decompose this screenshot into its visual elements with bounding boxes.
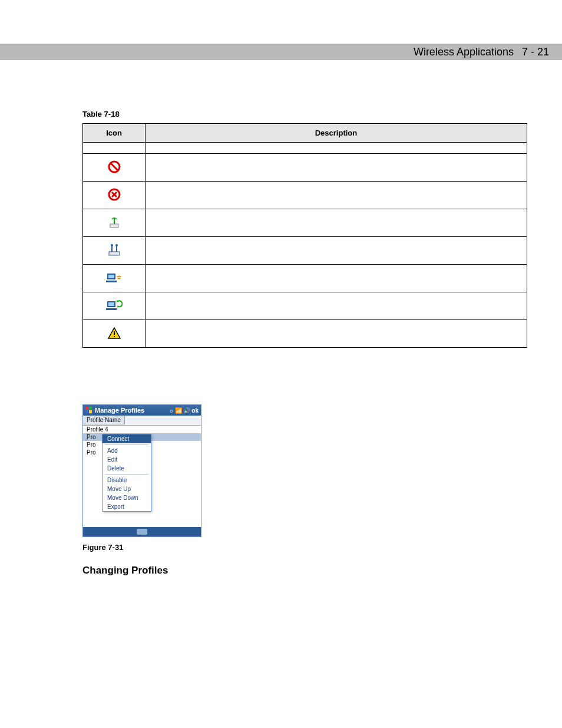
heading-changing-profiles: Changing Profiles [82, 565, 527, 577]
svg-rect-21 [114, 336, 115, 337]
col-header-description: Description [146, 124, 527, 143]
svg-rect-20 [114, 331, 115, 335]
icon-description-table: Icon Description [82, 123, 527, 348]
svg-point-11 [115, 244, 118, 246]
table-caption: Table 7-18 [82, 110, 527, 118]
svg-rect-24 [85, 410, 88, 413]
page-header: Wireless Applications 7 - 21 [414, 44, 549, 60]
table-row [83, 292, 527, 320]
col-header-icon: Icon [83, 124, 146, 143]
speaker-icon: 🔊 [183, 407, 190, 414]
connectivity-icon: ☼ [168, 407, 174, 414]
table-row [83, 237, 527, 265]
window-titlebar: Manage Profiles ☼ 📶 🔊 ok [83, 405, 201, 416]
manage-profiles-window: Manage Profiles ☼ 📶 🔊 ok Profile Name Pr… [82, 404, 201, 537]
header-section-title: Wireless Applications [414, 46, 514, 58]
window-title: Manage Profiles [95, 407, 166, 414]
warning-triangle-icon [107, 327, 121, 341]
menu-edit[interactable]: Edit [103, 455, 151, 464]
sip-bar [83, 527, 201, 536]
svg-rect-23 [89, 407, 92, 410]
svg-rect-13 [108, 275, 114, 278]
table-row [83, 209, 527, 237]
figure-caption: Figure 7-31 [82, 543, 527, 552]
antenna-icon: 📶 [175, 407, 182, 414]
system-tray: ☼ 📶 🔊 ok [168, 407, 199, 414]
menu-move-down[interactable]: Move Down [103, 493, 151, 502]
svg-rect-16 [108, 302, 114, 306]
svg-point-9 [111, 244, 113, 246]
profile-list[interactable]: Profile 4 Pro Pro Pro Connect Add Edit D… [83, 426, 201, 527]
ap-dual-antenna-icon [105, 243, 123, 258]
menu-delete[interactable]: Delete [103, 464, 151, 473]
windows-flag-icon [85, 407, 92, 414]
svg-rect-7 [109, 252, 120, 255]
menu-export[interactable]: Export [103, 502, 151, 511]
svg-rect-22 [85, 407, 88, 410]
menu-disable[interactable]: Disable [103, 476, 151, 485]
ok-button[interactable]: ok [191, 407, 199, 414]
table-row [83, 320, 527, 348]
table-row [83, 182, 527, 209]
svg-rect-5 [110, 224, 118, 228]
svg-rect-17 [106, 308, 117, 310]
no-entry-icon [108, 160, 121, 175]
menu-connect[interactable]: Connect [103, 434, 151, 443]
table-row [83, 265, 527, 292]
svg-line-1 [111, 163, 118, 170]
menu-move-up[interactable]: Move Up [103, 485, 151, 493]
header-page-number: 7 - 21 [522, 46, 549, 58]
context-menu: Connect Add Edit Delete Disable Move Up … [102, 434, 151, 512]
svg-rect-14 [106, 281, 117, 282]
keyboard-icon[interactable] [137, 529, 147, 535]
column-header-profile-name[interactable]: Profile Name [83, 416, 125, 424]
computer-signal-icon [106, 271, 123, 286]
list-item[interactable]: Profile 4 [83, 426, 201, 433]
menu-add[interactable]: Add [103, 446, 151, 455]
column-header-row: Profile Name [83, 416, 201, 426]
error-x-icon [108, 188, 121, 203]
table-row [83, 154, 527, 182]
svg-rect-25 [89, 410, 92, 413]
computer-refresh-icon [106, 299, 123, 314]
ap-single-antenna-icon [107, 216, 122, 230]
